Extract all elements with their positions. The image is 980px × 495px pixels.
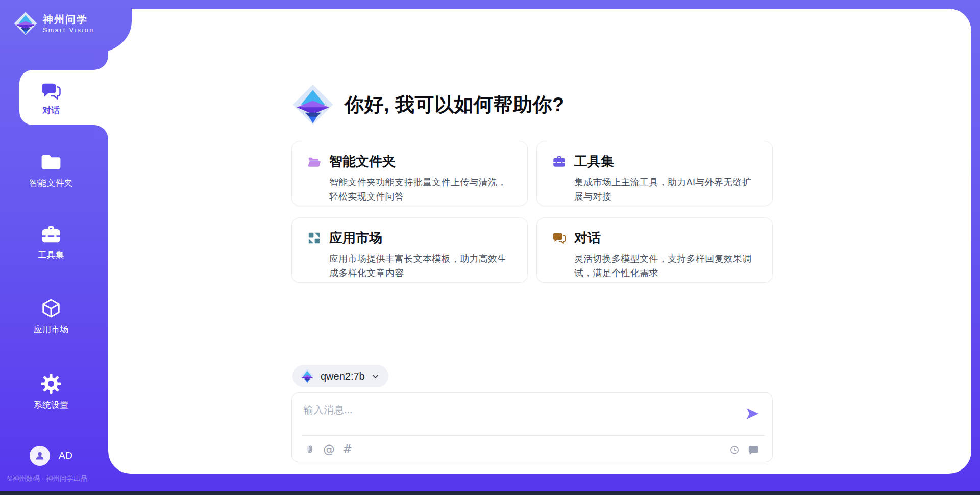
paperclip-icon <box>304 444 315 455</box>
message-input[interactable] <box>292 393 772 434</box>
main-panel: 你好, 我可以如何帮助你? 智能文件夹 智能文件夹功能支持批量文件上传与清洗，轻… <box>108 9 971 474</box>
tab-fillet-top <box>94 56 108 70</box>
send-button[interactable] <box>745 406 760 422</box>
message-square-icon <box>748 444 759 455</box>
model-name: qwen2:7b <box>321 370 365 382</box>
sidebar-item-label: 应用市场 <box>34 324 68 335</box>
mention-button[interactable]: @ <box>323 443 335 455</box>
content-column: 你好, 我可以如何帮助你? 智能文件夹 智能文件夹功能支持批量文件上传与清洗，轻… <box>291 9 773 474</box>
card-head: 智能文件夹 <box>307 153 515 170</box>
attach-button[interactable] <box>304 444 315 455</box>
history-icon <box>729 444 740 455</box>
avatar <box>30 445 50 466</box>
user-initials: AD <box>59 450 72 461</box>
card-head: 应用市场 <box>307 229 515 247</box>
topic-button[interactable]: # <box>342 443 352 455</box>
send-icon <box>745 406 760 422</box>
greeting: 你好, 我可以如何帮助你? <box>291 83 565 126</box>
brand-title: 神州问学 <box>43 13 94 26</box>
person-icon <box>34 450 46 462</box>
sidebar-item-label: 工具集 <box>38 249 64 261</box>
sidebar: 神州问学 Smart Vision 对话 智能文件夹 工具集 应用市场 系统设置… <box>0 0 108 495</box>
card-title: 应用市场 <box>329 229 382 247</box>
card-description: 应用市场提供丰富长文本模板，助力高效生成多样化文章内容 <box>329 252 515 280</box>
composer-right-tools <box>729 444 759 455</box>
card-head: 工具集 <box>552 153 760 170</box>
gear-icon <box>40 373 62 394</box>
folder-icon <box>40 151 62 172</box>
composer: @ # <box>291 392 773 462</box>
copyright: ©神州数码 · 神州问学出品 <box>7 474 107 483</box>
card-toolset[interactable]: 工具集 集成市场上主流工具，助力AI与外界无缝扩展与对接 <box>536 141 773 206</box>
card-head: 对话 <box>552 229 760 247</box>
brand-logo-icon <box>13 11 38 36</box>
composer-toolbar: @ # <box>292 436 772 463</box>
bottom-bar <box>0 491 980 495</box>
card-description: 集成市场上主流工具，助力AI与外界无缝扩展与对接 <box>574 175 760 204</box>
user-chip[interactable]: AD <box>30 445 72 466</box>
greeting-title: 你好, 我可以如何帮助你? <box>345 92 565 118</box>
tab-inner: 对话 <box>19 71 83 126</box>
chat-icon <box>41 81 61 101</box>
model-logo-icon <box>300 368 315 384</box>
briefcase-icon <box>40 225 62 244</box>
card-chat[interactable]: 对话 灵活切换多模型文件，支持多样回复效果调试，满足个性化需求 <box>536 217 773 283</box>
sidebar-item-settings[interactable]: 系统设置 <box>0 373 102 411</box>
greeting-logo-icon <box>291 83 334 126</box>
card-app-market[interactable]: 应用市场 应用市场提供丰富长文本模板，助力高效生成多样化文章内容 <box>291 217 528 283</box>
feedback-button[interactable] <box>748 444 759 455</box>
feature-cards: 智能文件夹 智能文件夹功能支持批量文件上传与清洗，轻松实现文件问答 工具集 集成… <box>291 141 773 283</box>
sidebar-item-app-market[interactable]: 应用市场 <box>0 298 102 335</box>
history-button[interactable] <box>729 444 740 455</box>
chevron-down-icon <box>372 373 379 380</box>
folder-open-icon <box>307 155 321 168</box>
composer-left-tools: @ # <box>304 443 352 455</box>
card-title: 工具集 <box>574 153 614 170</box>
brand: 神州问学 Smart Vision <box>13 11 94 36</box>
brand-subtitle: Smart Vision <box>43 27 94 34</box>
cube-icon <box>40 298 62 319</box>
sidebar-item-label: 智能文件夹 <box>30 177 73 189</box>
sidebar-item-label: 系统设置 <box>34 399 68 411</box>
chat-icon <box>552 231 566 245</box>
briefcase-icon <box>552 155 566 168</box>
card-description: 灵活切换多模型文件，支持多样回复效果调试，满足个性化需求 <box>574 252 760 280</box>
card-title: 对话 <box>574 229 601 247</box>
sidebar-item-label: 对话 <box>42 105 60 116</box>
tab-fillet-bottom <box>94 125 108 139</box>
sidebar-item-toolset[interactable]: 工具集 <box>0 225 102 261</box>
card-description: 智能文件夹功能支持批量文件上传与清洗，轻松实现文件问答 <box>329 175 515 204</box>
apps-grid-icon <box>307 231 321 245</box>
card-smart-folder[interactable]: 智能文件夹 智能文件夹功能支持批量文件上传与清洗，轻松实现文件问答 <box>291 141 528 206</box>
app-root: { "brand": { "title": "神州问学", "subtitle"… <box>0 0 980 495</box>
brand-text: 神州问学 Smart Vision <box>43 13 94 34</box>
card-title: 智能文件夹 <box>329 153 396 170</box>
sidebar-item-smart-folder[interactable]: 智能文件夹 <box>0 151 102 189</box>
model-selector[interactable]: qwen2:7b <box>292 365 388 387</box>
sidebar-item-chat[interactable]: 对话 <box>19 70 108 125</box>
